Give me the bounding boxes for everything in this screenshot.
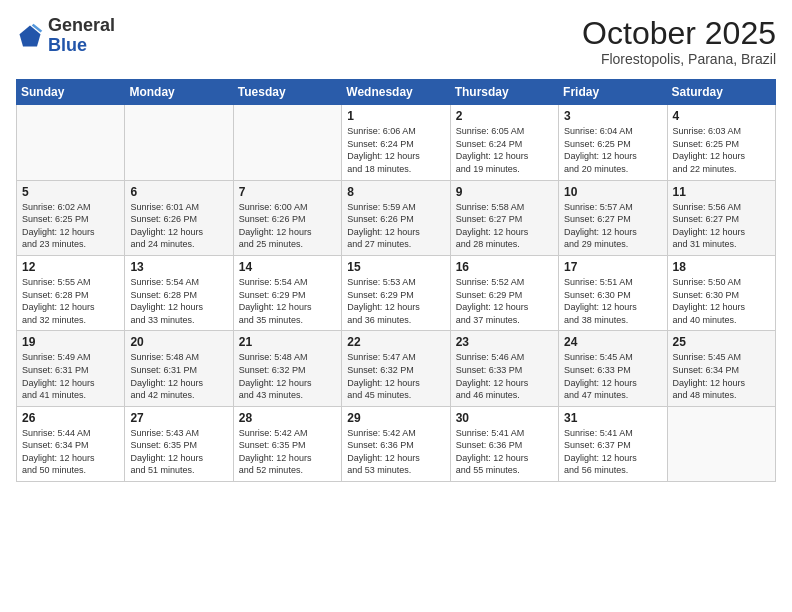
day-info: Sunrise: 5:48 AMSunset: 6:32 PMDaylight:… <box>239 351 336 401</box>
logo-blue-text: Blue <box>48 35 87 55</box>
weekday-header-row: SundayMondayTuesdayWednesdayThursdayFrid… <box>17 80 776 105</box>
day-info: Sunrise: 6:04 AMSunset: 6:25 PMDaylight:… <box>564 125 661 175</box>
day-info: Sunrise: 5:53 AMSunset: 6:29 PMDaylight:… <box>347 276 444 326</box>
day-info: Sunrise: 5:41 AMSunset: 6:36 PMDaylight:… <box>456 427 553 477</box>
calendar-header: SundayMondayTuesdayWednesdayThursdayFrid… <box>17 80 776 105</box>
calendar-cell: 17Sunrise: 5:51 AMSunset: 6:30 PMDayligh… <box>559 255 667 330</box>
calendar-cell: 18Sunrise: 5:50 AMSunset: 6:30 PMDayligh… <box>667 255 775 330</box>
day-number: 25 <box>673 335 770 349</box>
weekday-header: Thursday <box>450 80 558 105</box>
weekday-header: Sunday <box>17 80 125 105</box>
day-info: Sunrise: 5:49 AMSunset: 6:31 PMDaylight:… <box>22 351 119 401</box>
calendar-cell: 23Sunrise: 5:46 AMSunset: 6:33 PMDayligh… <box>450 331 558 406</box>
weekday-header: Wednesday <box>342 80 450 105</box>
calendar-week-row: 19Sunrise: 5:49 AMSunset: 6:31 PMDayligh… <box>17 331 776 406</box>
day-number: 29 <box>347 411 444 425</box>
day-info: Sunrise: 6:01 AMSunset: 6:26 PMDaylight:… <box>130 201 227 251</box>
day-number: 16 <box>456 260 553 274</box>
day-number: 4 <box>673 109 770 123</box>
calendar-week-row: 5Sunrise: 6:02 AMSunset: 6:25 PMDaylight… <box>17 180 776 255</box>
weekday-header: Saturday <box>667 80 775 105</box>
day-number: 5 <box>22 185 119 199</box>
calendar-cell: 21Sunrise: 5:48 AMSunset: 6:32 PMDayligh… <box>233 331 341 406</box>
day-number: 8 <box>347 185 444 199</box>
day-number: 17 <box>564 260 661 274</box>
day-info: Sunrise: 6:05 AMSunset: 6:24 PMDaylight:… <box>456 125 553 175</box>
day-info: Sunrise: 6:00 AMSunset: 6:26 PMDaylight:… <box>239 201 336 251</box>
day-info: Sunrise: 5:58 AMSunset: 6:27 PMDaylight:… <box>456 201 553 251</box>
day-info: Sunrise: 5:57 AMSunset: 6:27 PMDaylight:… <box>564 201 661 251</box>
calendar-cell <box>17 105 125 180</box>
calendar-cell: 10Sunrise: 5:57 AMSunset: 6:27 PMDayligh… <box>559 180 667 255</box>
day-number: 10 <box>564 185 661 199</box>
calendar-cell: 14Sunrise: 5:54 AMSunset: 6:29 PMDayligh… <box>233 255 341 330</box>
day-number: 24 <box>564 335 661 349</box>
calendar-cell <box>125 105 233 180</box>
day-number: 13 <box>130 260 227 274</box>
day-info: Sunrise: 6:02 AMSunset: 6:25 PMDaylight:… <box>22 201 119 251</box>
day-info: Sunrise: 5:45 AMSunset: 6:34 PMDaylight:… <box>673 351 770 401</box>
calendar-cell: 4Sunrise: 6:03 AMSunset: 6:25 PMDaylight… <box>667 105 775 180</box>
calendar-cell: 7Sunrise: 6:00 AMSunset: 6:26 PMDaylight… <box>233 180 341 255</box>
day-number: 22 <box>347 335 444 349</box>
weekday-header: Monday <box>125 80 233 105</box>
calendar-table: SundayMondayTuesdayWednesdayThursdayFrid… <box>16 79 776 482</box>
day-number: 23 <box>456 335 553 349</box>
calendar-cell: 29Sunrise: 5:42 AMSunset: 6:36 PMDayligh… <box>342 406 450 481</box>
logo: General Blue <box>16 16 115 56</box>
month-title: October 2025 <box>582 16 776 51</box>
calendar-cell: 8Sunrise: 5:59 AMSunset: 6:26 PMDaylight… <box>342 180 450 255</box>
day-info: Sunrise: 5:48 AMSunset: 6:31 PMDaylight:… <box>130 351 227 401</box>
day-info: Sunrise: 5:47 AMSunset: 6:32 PMDaylight:… <box>347 351 444 401</box>
day-number: 7 <box>239 185 336 199</box>
title-block: October 2025 Florestopolis, Parana, Braz… <box>582 16 776 67</box>
calendar-body: 1Sunrise: 6:06 AMSunset: 6:24 PMDaylight… <box>17 105 776 482</box>
day-info: Sunrise: 5:50 AMSunset: 6:30 PMDaylight:… <box>673 276 770 326</box>
day-number: 9 <box>456 185 553 199</box>
day-info: Sunrise: 5:52 AMSunset: 6:29 PMDaylight:… <box>456 276 553 326</box>
calendar-cell: 27Sunrise: 5:43 AMSunset: 6:35 PMDayligh… <box>125 406 233 481</box>
day-info: Sunrise: 5:42 AMSunset: 6:35 PMDaylight:… <box>239 427 336 477</box>
day-info: Sunrise: 5:45 AMSunset: 6:33 PMDaylight:… <box>564 351 661 401</box>
weekday-header: Friday <box>559 80 667 105</box>
day-number: 14 <box>239 260 336 274</box>
calendar-week-row: 12Sunrise: 5:55 AMSunset: 6:28 PMDayligh… <box>17 255 776 330</box>
day-info: Sunrise: 6:03 AMSunset: 6:25 PMDaylight:… <box>673 125 770 175</box>
calendar-cell: 20Sunrise: 5:48 AMSunset: 6:31 PMDayligh… <box>125 331 233 406</box>
calendar-cell: 15Sunrise: 5:53 AMSunset: 6:29 PMDayligh… <box>342 255 450 330</box>
day-info: Sunrise: 5:42 AMSunset: 6:36 PMDaylight:… <box>347 427 444 477</box>
day-number: 21 <box>239 335 336 349</box>
day-number: 1 <box>347 109 444 123</box>
page-header: General Blue October 2025 Florestopolis,… <box>16 16 776 67</box>
calendar-cell: 19Sunrise: 5:49 AMSunset: 6:31 PMDayligh… <box>17 331 125 406</box>
day-info: Sunrise: 5:56 AMSunset: 6:27 PMDaylight:… <box>673 201 770 251</box>
day-info: Sunrise: 5:46 AMSunset: 6:33 PMDaylight:… <box>456 351 553 401</box>
day-info: Sunrise: 5:41 AMSunset: 6:37 PMDaylight:… <box>564 427 661 477</box>
day-info: Sunrise: 5:43 AMSunset: 6:35 PMDaylight:… <box>130 427 227 477</box>
day-info: Sunrise: 5:51 AMSunset: 6:30 PMDaylight:… <box>564 276 661 326</box>
day-number: 6 <box>130 185 227 199</box>
calendar-cell <box>667 406 775 481</box>
calendar-cell: 26Sunrise: 5:44 AMSunset: 6:34 PMDayligh… <box>17 406 125 481</box>
calendar-cell: 16Sunrise: 5:52 AMSunset: 6:29 PMDayligh… <box>450 255 558 330</box>
calendar-cell <box>233 105 341 180</box>
calendar-cell: 12Sunrise: 5:55 AMSunset: 6:28 PMDayligh… <box>17 255 125 330</box>
logo-general-text: General <box>48 15 115 35</box>
weekday-header: Tuesday <box>233 80 341 105</box>
calendar-cell: 30Sunrise: 5:41 AMSunset: 6:36 PMDayligh… <box>450 406 558 481</box>
day-info: Sunrise: 5:44 AMSunset: 6:34 PMDaylight:… <box>22 427 119 477</box>
calendar-week-row: 1Sunrise: 6:06 AMSunset: 6:24 PMDaylight… <box>17 105 776 180</box>
calendar-cell: 25Sunrise: 5:45 AMSunset: 6:34 PMDayligh… <box>667 331 775 406</box>
day-number: 11 <box>673 185 770 199</box>
day-number: 3 <box>564 109 661 123</box>
day-number: 2 <box>456 109 553 123</box>
day-number: 19 <box>22 335 119 349</box>
day-info: Sunrise: 5:54 AMSunset: 6:28 PMDaylight:… <box>130 276 227 326</box>
calendar-cell: 11Sunrise: 5:56 AMSunset: 6:27 PMDayligh… <box>667 180 775 255</box>
calendar-cell: 1Sunrise: 6:06 AMSunset: 6:24 PMDaylight… <box>342 105 450 180</box>
calendar-cell: 2Sunrise: 6:05 AMSunset: 6:24 PMDaylight… <box>450 105 558 180</box>
day-number: 15 <box>347 260 444 274</box>
calendar-cell: 5Sunrise: 6:02 AMSunset: 6:25 PMDaylight… <box>17 180 125 255</box>
location-text: Florestopolis, Parana, Brazil <box>582 51 776 67</box>
day-number: 27 <box>130 411 227 425</box>
